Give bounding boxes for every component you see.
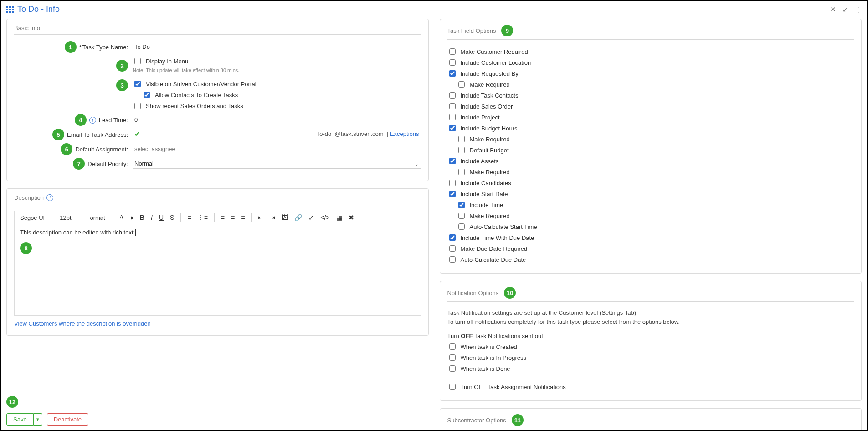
- tfo-checkbox[interactable]: [449, 245, 456, 252]
- rte-toolbar: Segoe UI 12pt Format A ♦ B I U S ≡ ⋮≡ ≡ …: [14, 211, 421, 224]
- apps-grid-icon[interactable]: [6, 6, 14, 13]
- label-notif-progress: When task is In Progress: [461, 354, 527, 361]
- input-task-type[interactable]: [133, 42, 421, 52]
- step-badge-12: 12: [6, 396, 18, 408]
- strikethrough-icon[interactable]: S: [169, 214, 175, 221]
- tfo-row: Default Budget: [447, 145, 854, 156]
- bullet-list-icon[interactable]: ⋮≡: [197, 214, 209, 221]
- tfo-checkbox[interactable]: [449, 70, 456, 77]
- bold-icon[interactable]: B: [139, 214, 145, 221]
- label-notif-assignment: Turn OFF Task Assignment Notifications: [461, 384, 566, 390]
- rte-size-select[interactable]: 12pt: [58, 213, 73, 222]
- email-task-field[interactable]: ✔ To-do @task.striven.com | Exceptions: [133, 129, 421, 140]
- label-email-task: Email To Task Address:: [67, 131, 128, 138]
- align-center-icon[interactable]: ≡: [230, 214, 236, 221]
- rte-format-select[interactable]: Format: [85, 213, 107, 222]
- tfo-checkbox[interactable]: [449, 92, 456, 99]
- tfo-checkbox[interactable]: [449, 234, 456, 241]
- link-exceptions[interactable]: Exceptions: [390, 130, 419, 137]
- close-icon[interactable]: ✕: [830, 5, 836, 14]
- tfo-checkbox[interactable]: [449, 48, 456, 55]
- tfo-label: Make Required: [470, 81, 510, 88]
- tfo-checkbox[interactable]: [458, 223, 465, 230]
- tfo-checkbox[interactable]: [449, 103, 456, 109]
- deactivate-button[interactable]: Deactivate: [47, 413, 88, 426]
- numbered-list-icon[interactable]: ≡: [186, 214, 192, 221]
- cb-display-in-menu[interactable]: [134, 58, 141, 64]
- tfo-checkbox[interactable]: [458, 136, 465, 142]
- step-badge-2: 2: [116, 60, 128, 72]
- rte-area[interactable]: This description can be edited with rich…: [14, 224, 421, 316]
- tfo-checkbox[interactable]: [449, 158, 456, 164]
- fullscreen-icon[interactable]: ⤢: [308, 214, 315, 221]
- description-title-text: Description: [14, 194, 44, 201]
- tfo-row: Include Requested By: [447, 68, 854, 79]
- cb-visible-portal[interactable]: [134, 81, 141, 87]
- tfo-checkbox[interactable]: [449, 180, 456, 186]
- tfo-checkbox[interactable]: [449, 125, 456, 131]
- italic-icon[interactable]: I: [150, 214, 154, 221]
- tfo-label: Include Sales Order: [461, 103, 513, 110]
- link-icon[interactable]: 🔗: [293, 214, 303, 221]
- tfo-row: Include Project: [447, 112, 854, 123]
- section-title-notif: Notification Options 10: [447, 287, 854, 302]
- save-button[interactable]: Save: [6, 413, 34, 426]
- tfo-row: Auto-Calculate Due Date: [447, 254, 854, 265]
- tfo-checkbox[interactable]: [449, 191, 456, 197]
- outdent-icon[interactable]: ⇤: [257, 214, 264, 221]
- tfo-checkbox[interactable]: [458, 202, 465, 208]
- expand-icon[interactable]: ⤢: [842, 5, 848, 14]
- tfo-row: Include Budget Hours: [447, 123, 854, 134]
- underline-icon[interactable]: U: [158, 214, 164, 221]
- indent-icon[interactable]: ⇥: [269, 214, 276, 221]
- select-default-priority[interactable]: Normal: [133, 159, 421, 169]
- tfo-checkbox[interactable]: [449, 256, 456, 263]
- tfo-label: Include Task Contacts: [461, 92, 519, 99]
- tfo-label: Auto-Calculate Start Time: [470, 223, 537, 230]
- rte-font-select[interactable]: Segoe UI: [18, 213, 46, 222]
- tfo-label: Make Required: [470, 136, 510, 143]
- align-right-icon[interactable]: ≡: [240, 214, 246, 221]
- info-icon[interactable]: i: [46, 194, 53, 201]
- step-badge-9: 9: [501, 25, 513, 36]
- tfo-checkbox[interactable]: [458, 169, 465, 175]
- tfo-list: Make Customer RequiredInclude Customer L…: [447, 46, 854, 265]
- left-column: Basic Info 1 *Task Type Name: 2: [6, 19, 429, 394]
- align-left-icon[interactable]: ≡: [220, 214, 226, 221]
- cb-notif-created[interactable]: [449, 343, 456, 350]
- cb-notif-assignment[interactable]: [449, 384, 456, 390]
- tfo-label: Default Budget: [470, 147, 509, 154]
- step-badge-1: 1: [65, 41, 77, 53]
- image-icon[interactable]: 🖼: [281, 214, 289, 221]
- tfo-row: Include Time: [447, 199, 854, 210]
- input-default-assignment[interactable]: [133, 144, 421, 154]
- cb-notif-progress[interactable]: [449, 354, 456, 361]
- tfo-checkbox[interactable]: [449, 59, 456, 66]
- tfo-row: Make Required: [447, 134, 854, 145]
- tfo-checkbox[interactable]: [449, 114, 456, 120]
- highlight-icon[interactable]: ♦: [129, 214, 134, 221]
- panel-basic-info: Basic Info 1 *Task Type Name: 2: [6, 19, 429, 181]
- label-task-type: *Task Type Name:: [79, 44, 128, 51]
- footer: 12 Save ▾ Deactivate: [6, 400, 88, 426]
- clear-format-icon[interactable]: ✖: [348, 214, 355, 221]
- save-caret-button[interactable]: ▾: [34, 413, 42, 426]
- panel-subcontractor-options: Subcontractor Options 11 Can be subcontr…: [440, 408, 862, 431]
- info-icon[interactable]: i: [89, 117, 96, 124]
- tfo-checkbox[interactable]: [458, 213, 465, 219]
- tfo-row: Include Candidates: [447, 177, 854, 188]
- link-overridden[interactable]: View Customers where the description is …: [14, 320, 151, 327]
- input-lead-time[interactable]: [133, 115, 421, 125]
- more-icon[interactable]: ⋮: [855, 5, 862, 14]
- tfo-checkbox[interactable]: [458, 147, 465, 153]
- code-icon[interactable]: </>: [319, 214, 330, 221]
- rte-body-text: This description can be edited with rich…: [20, 229, 135, 236]
- cb-notif-done[interactable]: [449, 365, 456, 372]
- tfo-title-text: Task Field Options: [447, 27, 496, 34]
- font-color-icon[interactable]: A: [118, 214, 125, 221]
- table-icon[interactable]: ▦: [335, 214, 343, 221]
- tfo-row: Include Assets: [447, 156, 854, 166]
- cb-allow-contacts[interactable]: [144, 92, 150, 98]
- cb-show-recent[interactable]: [134, 103, 141, 109]
- tfo-checkbox[interactable]: [458, 81, 465, 88]
